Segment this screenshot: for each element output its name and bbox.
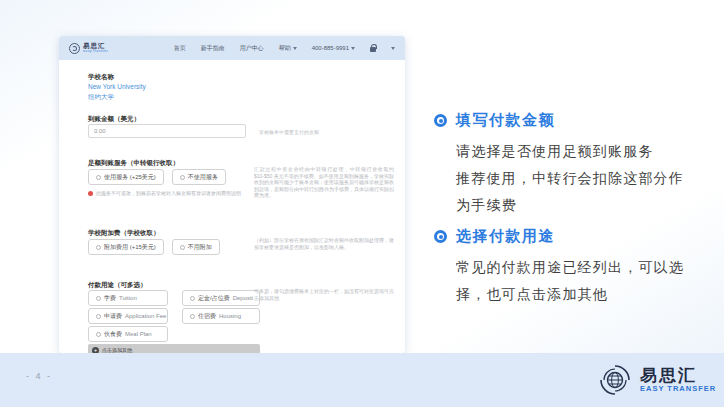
checkbox-deposit[interactable]: 定金/占位费Deposit — [182, 290, 260, 306]
school-name-label: 学校名称 — [88, 73, 114, 82]
annotation-line: 推荐使用，中转行会扣除这部分作 — [456, 165, 704, 192]
checkbox-icon — [96, 332, 101, 337]
site-logo[interactable]: 易思汇 easy transfer — [69, 43, 108, 54]
annotation-payment-amount: 填写付款金额 请选择是否使用足额到账服务 推荐使用，中转行会扣除这部分作 为手续… — [434, 111, 704, 219]
page-number: - 4 - — [26, 371, 52, 381]
checkbox-meal-plan[interactable]: 伙食费Meal Plan — [88, 326, 168, 342]
nav-item-home[interactable]: 首页 — [174, 44, 186, 53]
brand-logo: 易思汇 EASY TRANSFER — [596, 361, 716, 399]
checkbox-icon — [190, 296, 195, 301]
radio-no-surcharge[interactable]: 不用附加 — [172, 239, 220, 255]
radio-no-service[interactable]: 不使用服务 — [172, 169, 226, 185]
site-logo-en: easy transfer — [83, 50, 108, 54]
school-name-en-link[interactable]: New York University — [88, 83, 146, 90]
annotation-title: 选择付款用途 — [456, 227, 555, 246]
checkbox-housing[interactable]: 住宿费Housing — [182, 308, 260, 324]
footer-band: - 4 - 易思汇 EASY TRANSFER — [0, 353, 724, 407]
radio-use-service[interactable]: 使用服务 (+25美元) — [88, 169, 164, 185]
bullet-target-icon — [434, 114, 447, 127]
surcharge-label: 学校附加费（学校收取） — [88, 229, 160, 238]
radio-icon — [180, 245, 185, 250]
checkbox-icon — [96, 314, 101, 319]
chevron-down-icon — [351, 47, 355, 50]
full-arrival-note: 汇款过程中资金会经由中转银行处理，中转银行会收取约 $10-$50 美元不等的手… — [254, 166, 394, 199]
add-other-purpose-button[interactable]: + 点击添加其他 — [88, 344, 260, 353]
brand-name-cn: 易思汇 — [640, 366, 716, 386]
nav-item-guide[interactable]: 新手指南 — [201, 44, 225, 53]
annotation-title: 填写付款金额 — [456, 111, 555, 130]
purpose-note: 可多选，请勾选缴费账单上对应的一栏，如没有可对应选项可点击添加其他 — [254, 288, 394, 301]
checkbox-icon — [96, 296, 101, 301]
slide: 易思汇 easy transfer 首页 新手指南 用户中心 帮助 400-88… — [0, 0, 724, 407]
amount-hint: 学校账单中需要支付的金额 — [259, 129, 319, 135]
amount-label: 到账金额（美元） — [88, 115, 140, 124]
annotation-line: 请选择是否使用足额到账服务 — [456, 138, 704, 165]
nav-item-help[interactable]: 帮助 — [279, 44, 297, 53]
brand-swirl-icon — [69, 43, 80, 54]
radio-icon — [96, 175, 101, 180]
annotation-line: 为手续费 — [456, 192, 704, 219]
radio-icon — [96, 245, 101, 250]
full-arrival-label: 足额到账服务（中转银行收取） — [88, 159, 179, 168]
warning-icon — [88, 191, 93, 196]
payment-form: 学校名称 New York University 纽约大学 到账金额（美元） 学… — [59, 60, 405, 353]
chevron-down-icon[interactable] — [391, 47, 395, 50]
screenshot-card: 易思汇 easy transfer 首页 新手指南 用户中心 帮助 400-88… — [59, 36, 405, 353]
surcharge-note: （列如）部分学校在接收国际汇款时会额外收取附加处理费，请按学校要求选择是否附加，… — [254, 237, 394, 250]
checkbox-tuition[interactable]: 学费Tuition — [88, 290, 168, 306]
checkbox-icon — [190, 314, 195, 319]
annotation-line: 择，也可点击添加其他 — [456, 281, 704, 308]
amount-input[interactable] — [88, 124, 246, 138]
nav-item-hotline[interactable]: 400-885-9991 — [312, 45, 355, 51]
annotation-line: 常见的付款用途已经列出，可以选 — [456, 254, 704, 281]
annotation-payment-purpose: 选择付款用途 常见的付款用途已经列出，可以选 择，也可点击添加其他 — [434, 227, 704, 308]
radio-add-surcharge[interactable]: 附加费用 (+15美元) — [88, 239, 164, 255]
site-navbar: 易思汇 easy transfer 首页 新手指南 用户中心 帮助 400-88… — [59, 36, 405, 60]
school-name-cn-link[interactable]: 纽约大学 — [88, 93, 114, 102]
purpose-label: 付款用途（可多选） — [88, 281, 147, 290]
radio-icon — [180, 175, 185, 180]
bullet-target-icon — [434, 230, 447, 243]
nav-item-user-center[interactable]: 用户中心 — [240, 44, 264, 53]
checkbox-application-fee[interactable]: 申请费Application Fee — [88, 308, 168, 324]
brand-name-en: EASY TRANSFER — [640, 385, 716, 394]
chevron-down-icon — [293, 47, 297, 50]
easy-transfer-globe-icon — [596, 361, 634, 399]
full-arrival-warning: 此服务不可退改，到账后若学校对入账金额有异议请参阅费用说明 — [88, 190, 241, 196]
lock-icon[interactable] — [370, 47, 376, 52]
